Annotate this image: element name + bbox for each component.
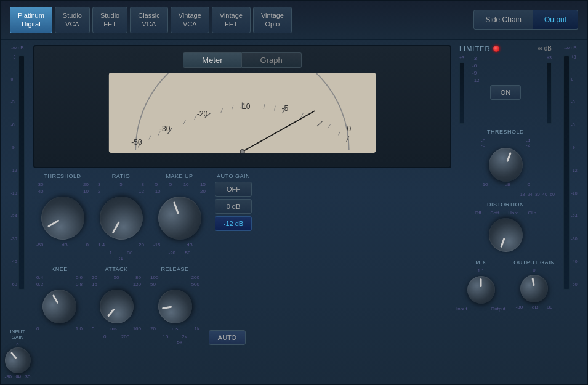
left-vu-top-label: -∞ dB xyxy=(11,45,23,51)
meter-tab-graph[interactable]: Graph xyxy=(242,52,302,68)
knee-knob[interactable] xyxy=(36,283,83,330)
distortion-knob[interactable] xyxy=(484,213,527,256)
ratio-unit: 1 30:1 xyxy=(110,250,133,261)
limiter-center: -3 -6 -9 -12 ON xyxy=(470,55,541,100)
preset-btn-classic-vca[interactable]: ClassicVCA xyxy=(130,7,167,33)
input-gain-value: 0 xyxy=(5,342,31,347)
limiter-section: LIMITER -∞ dB +3 xyxy=(456,45,555,187)
release-scale-bottom: 20ms1k xyxy=(150,326,199,331)
knee-scale-bottom: 01.0 xyxy=(36,326,83,331)
preset-btn-vintage-opto[interactable]: VintageOpto xyxy=(253,7,292,33)
auto-gain-label: AUTO GAIN xyxy=(217,173,250,179)
main-container: PlatinumDigital StudioVCA StudioFET Clas… xyxy=(0,0,588,385)
left-vu-column: -∞ dB +3 0 -3 -6 -9 -12 -18 -24 -30 -40 … xyxy=(7,45,28,379)
mix-output-row: MIX 1:1 Input Output OUTPUT GAIN 0 -30 xyxy=(456,259,555,312)
left-vu-meter xyxy=(18,55,25,290)
right-vu-meter xyxy=(563,55,570,290)
output-button[interactable]: Output xyxy=(533,10,578,30)
threshold-scale-top: -30-20 xyxy=(36,182,89,187)
top-right-buttons: Side Chain Output xyxy=(473,10,578,30)
threshold-control: THRESHOLD -30-20 -40-10 -50dB0 xyxy=(36,173,89,248)
release-knob[interactable] xyxy=(155,286,195,326)
main-content: -∞ dB +3 0 -3 -6 -9 -12 -18 -24 -30 -40 … xyxy=(1,40,587,384)
output-gain-scale: -30 dB 30 xyxy=(516,304,553,310)
meter-display: Meter Graph -50 -30 -20 -10 xyxy=(33,45,451,168)
svg-text:-10: -10 xyxy=(240,102,251,111)
auto-gain-0db-button[interactable]: 0 dB xyxy=(215,199,252,214)
meter-tabs: Meter Graph xyxy=(41,52,444,68)
makeup-label: MAKE UP xyxy=(166,173,193,179)
mix-io-labels: Input Output xyxy=(456,306,505,312)
mix-output-label: Output xyxy=(491,306,505,312)
attack-knob[interactable] xyxy=(92,282,140,330)
mix-label: MIX xyxy=(475,259,486,265)
right-vu-scale-row: -18 -24 -30 -40 -60 xyxy=(456,192,555,197)
distortion-scale: OffSoftHardClip xyxy=(475,210,536,216)
preset-btn-platinum-digital[interactable]: PlatinumDigital xyxy=(10,7,52,33)
limiter-threshold-knob-container: -6-4 -8-2 -10dB0 xyxy=(456,138,555,187)
auto-button[interactable]: AUTO xyxy=(209,330,246,345)
auto-gain-section: AUTO GAIN OFF 0 dB -12 dB xyxy=(215,173,252,231)
makeup-unit-bottom: -20 50 xyxy=(168,250,190,256)
threshold-label: THRESHOLD xyxy=(44,173,81,179)
threshold-scale-mid: -40-10 xyxy=(36,188,89,194)
limiter-scale: -3 xyxy=(470,55,541,61)
preset-btn-vintage-vca[interactable]: VintageVCA xyxy=(171,7,209,33)
auto-gain-12db-button[interactable]: -12 dB xyxy=(215,216,252,231)
ratio-control: RATIO 358 212 1.420 1 30:1 xyxy=(98,173,144,261)
limiter-header: LIMITER -∞ dB xyxy=(456,45,555,52)
knee-label: KNEE xyxy=(51,266,68,272)
preset-btn-vintage-fet[interactable]: VintageFET xyxy=(212,7,251,33)
limiter-led xyxy=(493,46,499,52)
ratio-scale-top: 358 xyxy=(98,182,144,187)
preset-btn-studio-fet[interactable]: StudioFET xyxy=(92,7,127,33)
output-gain-section: OUTPUT GAIN 0 -30 dB 30 xyxy=(513,259,555,310)
mix-knob[interactable] xyxy=(467,276,495,304)
limiter-on-button[interactable]: ON xyxy=(490,85,521,100)
right-vu-column: -∞ dB +3 0 -3 -6 -9 -12 -18 -24 -30 -40 xyxy=(560,45,581,379)
attack-unit-bottom: 0 200 xyxy=(103,334,129,339)
distortion-section: DISTORTION OffSoftHardClip xyxy=(456,201,555,252)
attack-scale-bottom: 5ms160 xyxy=(92,326,141,331)
limiter-right-vu: +3 xyxy=(544,55,555,126)
mix-section: MIX 1:1 Input Output xyxy=(456,259,505,312)
limiter-top-label: -∞ dB xyxy=(536,45,552,52)
makeup-scale-mid: -1020 xyxy=(153,188,206,194)
output-gain-knob[interactable] xyxy=(518,272,550,304)
mix-input-label: Input xyxy=(456,306,467,312)
auto-button-container: AUTO xyxy=(209,266,246,345)
auto-gain-off-button[interactable]: OFF xyxy=(215,182,252,197)
ratio-scale-mid: 212 xyxy=(98,188,144,194)
meter-tab-meter[interactable]: Meter xyxy=(183,52,241,68)
limiter-scale4: -12 xyxy=(470,78,541,83)
makeup-scale-bottom: -15dB xyxy=(153,242,206,248)
release-scale-mid: 50500 xyxy=(150,282,199,287)
threshold-knob[interactable] xyxy=(33,188,92,248)
distortion-label: DISTORTION xyxy=(487,201,524,208)
makeup-knob[interactable] xyxy=(152,190,207,246)
center-area: Meter Graph -50 -30 -20 -10 xyxy=(33,45,451,379)
limiter-threshold-knob[interactable] xyxy=(484,143,527,186)
attack-control: ATTACK 205080 15120 5ms160 0 200 xyxy=(92,266,141,339)
release-control: RELEASE 100200 50500 20ms1k 10 2k 5k xyxy=(150,266,199,345)
limiter-right-meter xyxy=(547,62,552,124)
threshold-knob-scale-mid: -8-2 xyxy=(481,142,530,148)
output-gain-value: 0 xyxy=(533,267,535,273)
controls-row-1: THRESHOLD -30-20 -40-10 -50dB0 RATIO xyxy=(33,173,451,261)
ratio-knob[interactable] xyxy=(92,188,151,248)
output-gain-label: OUTPUT GAIN xyxy=(513,259,555,265)
right-panel: LIMITER -∞ dB +3 xyxy=(456,45,555,379)
limiter-threshold-label: THRESHOLD xyxy=(456,129,555,135)
svg-text:0: 0 xyxy=(347,124,351,133)
makeup-scale-top: -551015 xyxy=(153,182,206,187)
input-gain-knob[interactable] xyxy=(0,342,36,378)
limiter-scale3: -9 xyxy=(470,70,541,76)
knee-control: KNEE 0.40.6 0.20.8 01.0 xyxy=(36,266,83,331)
knee-scale-top: 0.40.6 xyxy=(36,275,83,280)
preset-btn-studio-vca[interactable]: StudioVCA xyxy=(55,7,90,33)
makeup-control: MAKE UP -551015 -1020 -15dB -20 50 xyxy=(153,173,206,256)
attack-scale-top: 205080 xyxy=(92,275,141,280)
side-chain-button[interactable]: Side Chain xyxy=(473,10,533,30)
release-scale-top: 100200 xyxy=(150,275,199,280)
threshold-scale-bottom: -50dB0 xyxy=(36,242,89,248)
